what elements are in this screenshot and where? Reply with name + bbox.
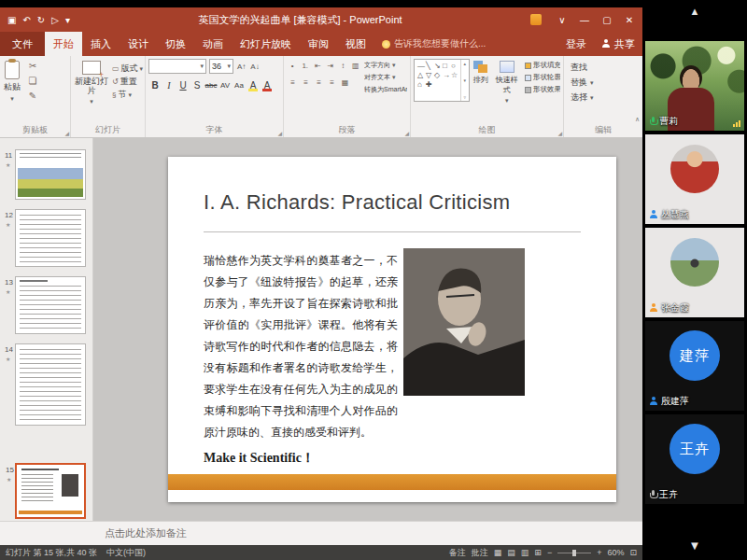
section-button[interactable]: § 节 ▾ [112, 89, 143, 101]
sign-in-button[interactable]: 登录 [558, 37, 594, 51]
tab-slideshow[interactable]: 幻灯片放映 [232, 32, 300, 56]
tab-view[interactable]: 视图 [337, 32, 374, 56]
save-icon[interactable]: ▣ [7, 15, 16, 25]
fit-to-window-icon[interactable]: ⊡ [629, 548, 637, 557]
language-indicator[interactable]: 中文(中国) [106, 547, 146, 559]
shape-line-icon[interactable]: — [417, 62, 423, 70]
paste-button[interactable]: 粘贴 ▾ [3, 59, 21, 105]
collapse-ribbon-icon[interactable]: ∧ [635, 116, 640, 123]
view-reading-icon[interactable]: ▥ [521, 548, 529, 557]
align-text-button[interactable]: 对齐文本 ▾ [364, 73, 407, 82]
tab-file[interactable]: 文件 [0, 32, 45, 56]
start-slideshow-icon[interactable]: ▷ [51, 15, 59, 25]
text-shadow-button[interactable]: S [190, 77, 204, 92]
copy-button[interactable]: ❏ [24, 74, 41, 88]
font-size-combobox[interactable]: 36 ▾ [209, 59, 233, 74]
bullets-button[interactable]: • [287, 59, 299, 73]
change-case-button[interactable]: Aa [233, 77, 246, 92]
shape-diamond-icon[interactable]: ◇ [434, 71, 440, 79]
tab-review[interactable]: 审阅 [300, 32, 337, 56]
increase-indent-button[interactable]: ⇥ [325, 59, 337, 73]
gallery-up-icon[interactable]: ▴ [463, 61, 466, 66]
participant-tile[interactable]: 张金霞 [645, 228, 744, 317]
minimize-button[interactable]: — [573, 7, 596, 32]
slide-title[interactable]: I. A. Richards: Practical Criticism [204, 190, 510, 215]
justify-button[interactable]: ≡ [326, 76, 338, 90]
slide-footer-note[interactable]: Make it Scientific！ [204, 450, 315, 467]
shapes-gallery-scrollbar[interactable]: ▴ ▾ ▿ [460, 60, 469, 101]
ribbon-display-options-button[interactable]: ∨ [551, 7, 573, 32]
convert-smartart-button[interactable]: 转换为SmartArt ▾ [364, 85, 407, 94]
layout-button[interactable]: ▭ 版式 ▾ [112, 63, 143, 75]
font-color-button[interactable]: A [261, 77, 274, 92]
new-slide-button[interactable]: 新建幻灯片 ▾ [74, 59, 109, 107]
thumbnail-slide-15-selected[interactable]: 15 ★ [15, 463, 86, 519]
tab-animations[interactable]: 动画 [194, 32, 232, 56]
shape-diagonal-icon[interactable]: ╲ [426, 62, 431, 70]
scroll-down-icon[interactable]: ▼ [642, 539, 747, 553]
shape-arrow-icon[interactable]: ↘ [434, 62, 440, 70]
font-name-combobox[interactable]: ▾ [148, 59, 206, 74]
view-slide-sorter-icon[interactable]: ▤ [507, 548, 515, 557]
participant-tile[interactable]: 王卉 王卉 [645, 414, 744, 504]
shape-plus-icon[interactable]: ✚ [426, 80, 431, 89]
drawing-dialog-launcher-icon[interactable]: ◢ [557, 130, 562, 136]
thumbnail-slide-11[interactable]: 11 ★ [15, 149, 86, 200]
participant-tile[interactable]: 丛慧燕 [645, 134, 744, 224]
underline-button[interactable]: U [176, 77, 190, 92]
tell-me-box[interactable]: 告诉我您想要做什么... [382, 37, 486, 50]
tab-transitions[interactable]: 切换 [157, 32, 194, 56]
grow-font-button[interactable]: A↑ [236, 63, 247, 71]
shape-rectangle-icon[interactable]: □ [443, 62, 448, 70]
comments-toggle-button[interactable]: 批注 [472, 547, 488, 559]
zoom-out-button[interactable]: − [547, 548, 552, 557]
gallery-down-icon[interactable]: ▾ [463, 77, 466, 83]
view-slideshow-icon[interactable]: ⊞ [534, 548, 542, 557]
thumbnail-slide-14[interactable]: 14 ★ [15, 343, 86, 426]
portrait-photo[interactable] [403, 248, 525, 396]
columns-button[interactable]: ▥ [350, 59, 362, 73]
participant-tile-video[interactable]: 曹莉 [645, 41, 744, 131]
shape-right-arrow-icon[interactable]: → [443, 71, 448, 79]
clipboard-dialog-launcher-icon[interactable]: ◢ [64, 130, 69, 136]
reset-button[interactable]: ↺ 重置 [112, 76, 143, 88]
redo-icon[interactable]: ↻ [37, 15, 45, 25]
numbering-button[interactable]: 1. [300, 59, 312, 73]
share-button[interactable]: 共享 [594, 37, 642, 51]
shapes-gallery[interactable]: — ╲ ↘ □ ○ △ ▽ ◇ → ☆ ⌂ ✚ ▴ ▾ ▿ [414, 59, 470, 102]
line-spacing-button[interactable]: ↕ [337, 59, 349, 73]
bold-button[interactable]: B [148, 77, 162, 92]
zoom-level[interactable]: 60% [607, 548, 624, 557]
shape-fill-button[interactable]: 形状填充 [525, 61, 560, 70]
slide-body-text[interactable]: 瑞恰慈作为英文学科的奠基者之一，不仅参与了《纽波特报告》的起草，还亲历亲为，率先… [204, 250, 398, 443]
thumbnail-slide-12[interactable]: 12 ★ [15, 209, 86, 267]
restore-button[interactable]: ▢ [596, 7, 618, 32]
tab-home[interactable]: 开始 [45, 32, 82, 56]
font-dialog-launcher-icon[interactable]: ◢ [277, 130, 282, 136]
format-painter-button[interactable]: ✎ [24, 89, 41, 103]
shape-effects-button[interactable]: 形状效果 [525, 85, 560, 94]
replace-button[interactable]: 替换 ▾ [571, 77, 640, 89]
paragraph-dialog-launcher-icon[interactable]: ◢ [404, 130, 409, 136]
character-spacing-button[interactable]: AV [218, 77, 232, 92]
close-button[interactable]: ✕ [618, 7, 641, 32]
arrange-button[interactable]: 排列 [472, 59, 489, 106]
shape-triangle-icon[interactable]: △ [417, 71, 423, 79]
align-right-button[interactable]: ≡ [313, 76, 325, 90]
quick-styles-button[interactable]: 快速样式 ▾ [492, 59, 522, 106]
shape-home-icon[interactable]: ⌂ [417, 80, 423, 89]
current-slide[interactable]: I. A. Richards: Practical Criticism 瑞恰慈作… [168, 157, 616, 502]
slide-thumbnail-panel[interactable]: 11 ★ 12 ★ 13 ★ 14 ★ 15 [0, 138, 93, 521]
zoom-slider[interactable] [557, 553, 591, 553]
zoom-in-button[interactable]: + [597, 548, 601, 557]
align-left-button[interactable]: ≡ [287, 76, 299, 90]
italic-button[interactable]: I [162, 77, 176, 92]
notes-toggle-button[interactable]: 备注 [449, 547, 466, 559]
strikethrough-button[interactable]: abc [204, 77, 218, 92]
tab-insert[interactable]: 插入 [82, 32, 120, 56]
zoom-slider-knob[interactable] [572, 550, 576, 556]
gallery-more-icon[interactable]: ▿ [463, 94, 466, 100]
participant-tile[interactable]: 建萍 殷建萍 [645, 321, 744, 411]
cut-button[interactable]: ✂ [24, 59, 41, 73]
thumbnail-slide-13[interactable]: 13 ★ [15, 276, 86, 334]
